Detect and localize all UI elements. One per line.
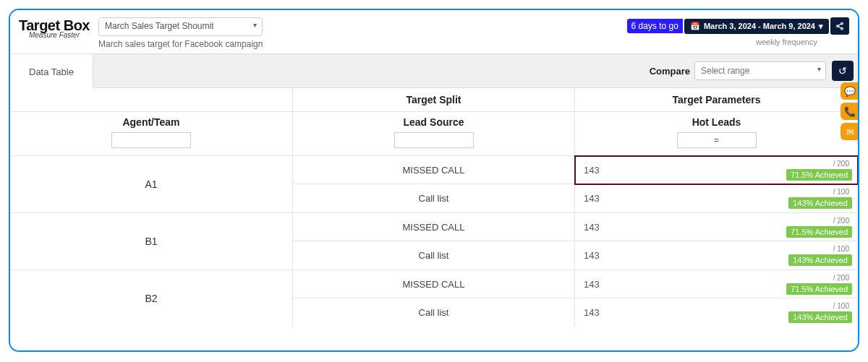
app-frame: 💬 📞 ✉ Target Box Measure Faster March Sa…	[9, 9, 859, 352]
splits-cell: MISSED CALLCall list	[292, 213, 574, 270]
lead-source-value: Call list	[293, 184, 574, 212]
agent-filter-input[interactable]	[111, 132, 191, 148]
table-body: A1MISSED CALLCall list143/ 20071.5% Achi…	[10, 156, 858, 327]
compare-range-select[interactable]	[694, 61, 826, 80]
achievement-badge: 143% Achieved	[788, 197, 852, 209]
params-cell: 143/ 20071.5% Achieved143/ 100143% Achie…	[574, 270, 858, 327]
target-denominator: / 100	[833, 188, 852, 196]
hot-leads-value: 143	[581, 222, 600, 233]
params-cell: 143/ 20071.5% Achieved143/ 100143% Achie…	[574, 156, 858, 212]
chevron-down-icon: ▾	[819, 22, 823, 31]
target-selector-wrap: March Sales Target Shoumit March sales t…	[98, 17, 263, 49]
target-denominator: / 200	[833, 217, 852, 225]
target-denominator: / 200	[833, 160, 852, 168]
splits-cell: MISSED CALLCall list	[292, 270, 574, 327]
col-lead-source: Lead Source	[403, 116, 464, 128]
table-group-header: Target Split Target Parameters	[10, 88, 858, 112]
col-hot-leads: Hot Leads	[692, 116, 741, 128]
phone-icon[interactable]: 📞	[841, 103, 859, 120]
target-denominator: / 100	[833, 302, 852, 310]
target-select[interactable]: March Sales Target Shoumit	[98, 17, 263, 36]
support-rail: 💬 📞 ✉	[841, 82, 859, 140]
param-meta: / 20071.5% Achieved	[786, 160, 852, 181]
mail-icon[interactable]: ✉	[841, 123, 859, 140]
svg-line-4	[838, 27, 841, 29]
topbar-right: 6 days to go 📅 March 3, 2024 - March 9, …	[627, 17, 849, 46]
achievement-badge: 143% Achieved	[788, 311, 852, 323]
days-to-go-badge: 6 days to go	[627, 19, 683, 33]
lead-source-value: Call list	[293, 298, 574, 327]
param-meta: / 100143% Achieved	[788, 245, 852, 266]
lead-source-value: MISSED CALL	[293, 156, 574, 184]
hot-leads-filter-input[interactable]	[677, 132, 757, 148]
lead-source-filter-input[interactable]	[394, 132, 474, 148]
table-row: A1MISSED CALLCall list143/ 20071.5% Achi…	[10, 156, 858, 213]
col-agent-team: Agent/Team	[122, 116, 179, 128]
target-subtitle: March sales target for Facebook campaign	[98, 39, 263, 49]
param-row: 143/ 100143% Achieved	[575, 241, 858, 270]
param-meta: / 100143% Achieved	[788, 302, 852, 323]
lead-source-value: Call list	[293, 241, 574, 270]
hot-leads-value: 143	[581, 307, 600, 318]
frequency-label: weekly frequency	[756, 38, 817, 46]
param-row: 143/ 100143% Achieved	[575, 184, 858, 212]
splits-cell: MISSED CALLCall list	[292, 156, 574, 212]
chat-icon[interactable]: 💬	[841, 82, 859, 100]
param-meta: / 20071.5% Achieved	[786, 217, 852, 238]
agent-cell: B1	[10, 213, 292, 270]
achievement-badge: 71.5% Achieved	[786, 283, 852, 295]
brand-logo: Target Box Measure Faster	[19, 17, 90, 39]
achievement-badge: 143% Achieved	[788, 254, 852, 266]
params-cell: 143/ 20071.5% Achieved143/ 100143% Achie…	[574, 213, 858, 270]
svg-line-3	[838, 24, 841, 26]
table-sub-header: Agent/Team Lead Source Hot Leads	[10, 112, 858, 156]
hot-leads-value: 143	[581, 279, 600, 290]
tab-data-table[interactable]: Data Table	[10, 54, 93, 89]
hot-leads-value: 143	[581, 165, 600, 176]
table-row: B1MISSED CALLCall list143/ 20071.5% Achi…	[10, 213, 858, 270]
param-row: 143/ 20071.5% Achieved	[575, 270, 858, 298]
date-range-picker[interactable]: 📅 March 3, 2024 - March 9, 2024 ▾	[684, 19, 829, 34]
target-denominator: / 200	[833, 274, 852, 282]
agent-cell: B2	[10, 270, 292, 327]
agent-cell: A1	[10, 156, 292, 212]
lead-source-value: MISSED CALL	[293, 270, 574, 298]
param-meta: / 100143% Achieved	[788, 188, 852, 209]
reset-button[interactable]: ↺	[832, 61, 854, 81]
lead-source-value: MISSED CALL	[293, 213, 574, 241]
date-range-text: March 3, 2024 - March 9, 2024	[704, 22, 815, 30]
param-row: 143/ 20071.5% Achieved	[575, 213, 858, 241]
col-target-split: Target Split	[292, 88, 574, 111]
param-row: 143/ 100143% Achieved	[575, 298, 858, 327]
subbar: Data Table Compare ↺	[10, 53, 858, 88]
compare-label: Compare	[650, 66, 690, 77]
hot-leads-value: 143	[581, 250, 600, 261]
brand-tagline: Measure Faster	[29, 31, 80, 39]
compare-wrap: Compare ↺	[650, 54, 858, 87]
table-row: B2MISSED CALLCall list143/ 20071.5% Achi…	[10, 270, 858, 327]
col-target-parameters: Target Parameters	[574, 88, 858, 111]
share-button[interactable]	[830, 17, 849, 35]
achievement-badge: 71.5% Achieved	[786, 169, 852, 181]
param-row: 143/ 20071.5% Achieved	[575, 156, 858, 184]
hot-leads-value: 143	[581, 193, 600, 204]
topbar: Target Box Measure Faster March Sales Ta…	[10, 10, 858, 53]
param-meta: / 20071.5% Achieved	[786, 274, 852, 295]
achievement-badge: 71.5% Achieved	[786, 226, 852, 238]
calendar-icon: 📅	[690, 22, 700, 31]
target-denominator: / 100	[833, 245, 852, 253]
